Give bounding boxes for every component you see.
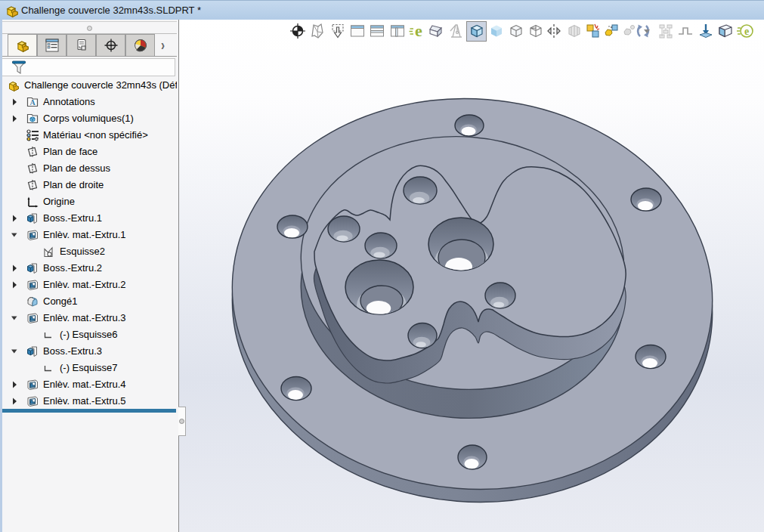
svg-text:e: e — [744, 26, 749, 37]
svg-text:A: A — [29, 98, 36, 107]
svg-text:e: e — [415, 22, 422, 40]
